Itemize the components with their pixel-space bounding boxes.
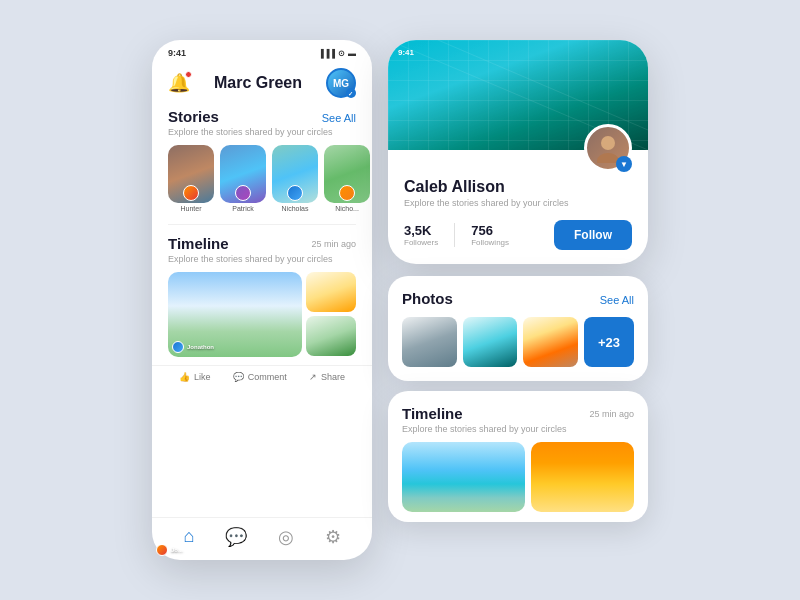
battery-icon: ▬ [348, 49, 356, 58]
story-name-2: Patrick [220, 205, 266, 212]
timeline-header-left: Timeline 25 min ago [152, 225, 372, 254]
photo-thumb-3[interactable] [523, 317, 578, 367]
story-name-1: Hunter [168, 205, 214, 212]
share-icon: ↗ [309, 372, 317, 382]
photos-see-all[interactable]: See All [600, 294, 634, 306]
followings-stat: 756 Followings [471, 223, 509, 247]
user-name-left: Marc Green [214, 74, 302, 92]
stories-section-header: Stories See All [152, 108, 372, 127]
profile-desc: Explore the stories shared by your circl… [404, 198, 632, 208]
avatar-chevron-icon: ▼ [616, 156, 632, 172]
notification-bell-icon[interactable]: 🔔 [168, 72, 190, 94]
stories-see-all[interactable]: See All [322, 112, 356, 124]
timeline-sub-left: Explore the stories shared by your circl… [152, 254, 372, 272]
like-button[interactable]: 👍 Like [179, 372, 211, 382]
story-thumb-1 [168, 145, 214, 203]
comment-label: Comment [248, 372, 287, 382]
bottom-nav: ⌂ 💬 ◎ ⚙ [152, 517, 372, 560]
profile-name: Caleb Allison [404, 178, 632, 196]
story-avatar-1 [183, 185, 199, 201]
wifi-icon: ⊙ [338, 49, 345, 58]
story-item-4[interactable]: Nicho... [324, 145, 370, 212]
svg-point-3 [601, 136, 615, 150]
story-item-2[interactable]: Patrick [220, 145, 266, 212]
timeline-image-side-right [531, 442, 634, 512]
photos-card: Photos See All +23 [388, 276, 648, 381]
timeline-images-left: Jonathon Jo... [152, 272, 372, 365]
verified-badge: ✓ [346, 88, 356, 98]
photo-thumb-2[interactable] [463, 317, 518, 367]
nav-home-icon[interactable]: ⌂ [183, 526, 194, 548]
share-button[interactable]: ↗ Share [309, 372, 345, 382]
image-author-avatar-1 [172, 341, 184, 353]
action-row-left: 👍 Like 💬 Comment ↗ Share [152, 365, 372, 390]
image-author-tag-1: Jonathon [172, 341, 214, 353]
profile-status-time: 9:41 [398, 48, 414, 57]
timeline-title-left: Timeline [168, 235, 229, 252]
story-thumb-2 [220, 145, 266, 203]
share-label: Share [321, 372, 345, 382]
story-avatar-4 [339, 185, 355, 201]
story-name-4: Nicho... [324, 205, 370, 212]
profile-avatar-wrap: ▼ [584, 124, 632, 172]
like-icon: 👍 [179, 372, 190, 382]
photos-more-count[interactable]: +23 [584, 317, 634, 367]
photos-title: Photos [402, 290, 453, 307]
timeline-main-image: Jonathon [168, 272, 302, 357]
left-phone: 9:41 ▐▐▐ ⊙ ▬ 🔔 Marc Green MG ✓ Stories S… [152, 40, 372, 560]
app-header-left: 🔔 Marc Green MG ✓ [152, 62, 372, 108]
avatar-initials-left: MG [333, 78, 349, 89]
stories-row: Hunter Patrick Nicholas Nicho... [152, 145, 372, 224]
like-label: Like [194, 372, 211, 382]
status-bar-left: 9:41 ▐▐▐ ⊙ ▬ [152, 40, 372, 62]
followings-label: Followings [471, 238, 509, 247]
followers-label: Followers [404, 238, 438, 247]
timeline-card-right: Timeline 25 min ago Explore the stories … [388, 391, 648, 522]
nav-settings-icon[interactable]: ⚙ [325, 526, 341, 548]
profile-stats: 3,5K Followers 756 Followings Follow [404, 220, 632, 250]
story-name-3: Nicholas [272, 205, 318, 212]
timeline-images-right [402, 442, 634, 512]
time-left: 9:41 [168, 48, 186, 58]
profile-hero-image: 9:41 ▼ [388, 40, 648, 150]
right-column: 9:41 ▼ Caleb Allison Explore the stories… [388, 40, 648, 522]
timeline-title-right: Timeline [402, 405, 463, 422]
nav-profile-icon[interactable]: ◎ [278, 526, 294, 548]
timeline-small-image-1 [306, 272, 356, 312]
story-avatar-2 [235, 185, 251, 201]
nav-chat-icon[interactable]: 💬 [225, 526, 247, 548]
follow-button[interactable]: Follow [554, 220, 632, 250]
timeline-small-image-2: Jo... [306, 316, 356, 356]
timeline-time-right: 25 min ago [589, 409, 634, 419]
notification-dot [185, 71, 192, 78]
profile-card: 9:41 ▼ Caleb Allison Explore the stories… [388, 40, 648, 264]
story-thumb-4 [324, 145, 370, 203]
story-item-1[interactable]: Hunter [168, 145, 214, 212]
followings-count: 756 [471, 223, 509, 238]
stories-subtitle: Explore the stories shared by your circl… [152, 127, 372, 145]
photo-thumb-1[interactable] [402, 317, 457, 367]
story-thumb-3 [272, 145, 318, 203]
story-avatar-3 [287, 185, 303, 201]
story-item-3[interactable]: Nicholas [272, 145, 318, 212]
avatar-left[interactable]: MG ✓ [326, 68, 356, 98]
timeline-small-images: Jo... [306, 272, 356, 357]
timeline-header-right: Timeline 25 min ago [402, 405, 634, 422]
image-author-name-1: Jonathon [187, 344, 214, 350]
comment-icon: 💬 [233, 372, 244, 382]
stories-title: Stories [168, 108, 219, 125]
timeline-time-left: 25 min ago [311, 239, 356, 249]
followers-count: 3,5K [404, 223, 438, 238]
photos-row: +23 [402, 317, 634, 367]
palm-scene [402, 442, 525, 512]
timeline-image-main-right [402, 442, 525, 512]
status-icons-left: ▐▐▐ ⊙ ▬ [318, 49, 356, 58]
signal-icon: ▐▐▐ [318, 49, 335, 58]
sunset-scene [531, 442, 634, 512]
comment-button[interactable]: 💬 Comment [233, 372, 287, 382]
photos-header: Photos See All [402, 290, 634, 307]
timeline-sub-right: Explore the stories shared by your circl… [402, 424, 634, 434]
stats-divider [454, 223, 455, 247]
followers-stat: 3,5K Followers [404, 223, 438, 247]
